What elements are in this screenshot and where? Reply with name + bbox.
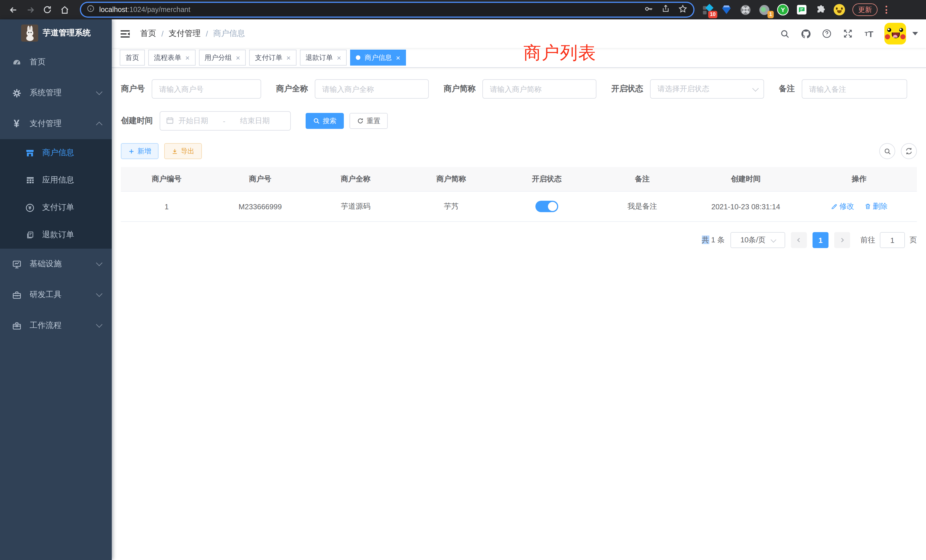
extension-y-icon[interactable]: Y [776, 3, 789, 16]
tab-user-group[interactable]: 用户分组× [199, 50, 246, 65]
close-icon[interactable]: × [185, 54, 189, 61]
tab-process-form[interactable]: 流程表单× [148, 50, 195, 65]
close-icon[interactable]: × [337, 54, 341, 61]
sidebar-item-dev-tools[interactable]: 研发工具 [0, 279, 112, 310]
user-avatar[interactable] [884, 23, 906, 44]
page-size-select[interactable]: 10条/页 [731, 232, 785, 248]
goto-page-input[interactable] [880, 232, 905, 248]
close-icon[interactable]: × [396, 54, 400, 61]
col-actions: 操作 [801, 167, 917, 191]
col-merchant-no: 商户号 [212, 167, 308, 191]
chrome-update-button[interactable]: 更新 [852, 3, 878, 16]
reset-button[interactable]: 重置 [350, 113, 388, 129]
tab-home[interactable]: 首页 [120, 50, 145, 65]
documents-icon [25, 230, 35, 240]
sidebar-item-refund-order[interactable]: 退款订单 [0, 221, 112, 249]
sidebar-item-label: 商户信息 [42, 148, 74, 158]
tab-merchant-info[interactable]: 商户信息× [350, 50, 406, 65]
sidebar-item-system[interactable]: 系统管理 [0, 77, 112, 108]
extension-diamond-icon[interactable]: 10 [701, 3, 714, 16]
share-icon[interactable] [661, 4, 670, 15]
export-button[interactable]: 导出 [164, 143, 202, 159]
search-button[interactable]: 搜索 [306, 113, 344, 129]
avatar-caret-icon[interactable] [912, 32, 918, 35]
status-select[interactable]: 请选择开启状态 [650, 79, 764, 98]
sidebar-item-app-info[interactable]: 应用信息 [0, 166, 112, 194]
sidebar-item-workflow[interactable]: 工作流程 [0, 310, 112, 341]
browser-menu-icon[interactable] [882, 6, 890, 14]
pagination: 共 1 条 10条/页 1 前往 [121, 232, 917, 248]
sidebar-item-infrastructure[interactable]: 基础设施 [0, 249, 112, 279]
app-logo[interactable]: 芋道管理系统 [0, 20, 112, 47]
chevron-down-icon [96, 291, 103, 297]
close-icon[interactable]: × [286, 54, 291, 61]
url-bar[interactable]: localhost:1024/pay/merchant [81, 3, 693, 17]
bookmark-star-icon[interactable] [678, 4, 688, 16]
refresh-button[interactable] [901, 143, 917, 159]
help-icon[interactable] [821, 28, 832, 39]
tab-pay-order[interactable]: 支付订单× [249, 50, 296, 65]
url-text: localhost:1024/pay/merchant [99, 6, 191, 14]
header-search-icon[interactable] [779, 28, 790, 39]
extension-command-icon[interactable] [739, 3, 752, 16]
yen-circle-icon: ¥ [25, 203, 35, 212]
github-icon[interactable] [800, 28, 811, 39]
tab-refund-order[interactable]: 退款订单× [300, 50, 347, 65]
svg-text:¥: ¥ [29, 205, 32, 210]
status-toggle[interactable] [536, 201, 558, 212]
back-icon[interactable] [5, 1, 22, 18]
create-time-range-picker[interactable]: 开始日期 - 结束日期 [160, 111, 291, 130]
col-status: 开启状态 [499, 167, 595, 191]
close-icon[interactable]: × [236, 54, 240, 61]
breadcrumb-home[interactable]: 首页 [140, 29, 156, 39]
site-info-icon[interactable] [87, 5, 95, 15]
col-merchant-id: 商户编号 [121, 167, 212, 191]
extensions-puzzle-icon[interactable] [814, 3, 827, 16]
breadcrumb-payment[interactable]: 支付管理 [169, 29, 201, 39]
sidebar-item-payment[interactable]: ¥ 支付管理 [0, 108, 112, 139]
col-remark: 备注 [595, 167, 690, 191]
next-page-button[interactable] [834, 232, 850, 248]
tags-view: 首页 流程表单× 用户分组× 支付订单× 退款订单× 商户信息× [112, 48, 926, 68]
sidebar-toggle-icon[interactable] [120, 28, 131, 39]
font-size-icon[interactable]: TT [863, 28, 875, 39]
prev-page-button[interactable] [791, 232, 807, 248]
recorder-badge: 1 [767, 11, 774, 18]
remark-input[interactable] [802, 79, 907, 98]
add-button[interactable]: 新增 [121, 143, 159, 159]
extension-chat-icon[interactable] [796, 3, 808, 16]
delete-link[interactable]: 删除 [864, 201, 888, 212]
sidebar-item-merchant-info[interactable]: 商户信息 [0, 139, 112, 166]
start-date-placeholder: 开始日期 [179, 116, 208, 126]
sidebar-item-label: 工作流程 [30, 321, 62, 331]
app-title: 芋道管理系统 [43, 28, 91, 38]
sidebar-item-label: 研发工具 [30, 290, 62, 300]
forward-icon[interactable] [22, 1, 39, 18]
profile-emoji-icon[interactable] [833, 3, 846, 16]
cell-merchant-id: 1 [121, 191, 212, 221]
short-name-input[interactable] [483, 79, 596, 98]
full-name-input[interactable] [315, 79, 429, 98]
status-label: 开启状态 [611, 84, 643, 94]
gear-icon [11, 88, 22, 98]
extension-gem-icon[interactable] [720, 3, 733, 16]
home-icon[interactable] [56, 1, 73, 18]
briefcase-icon [11, 321, 22, 331]
monitor-chart-icon [11, 259, 22, 269]
page-suffix: 页 [909, 235, 917, 245]
sidebar-item-home[interactable]: 首页 [0, 47, 112, 77]
fullscreen-icon[interactable] [842, 28, 853, 39]
merchant-no-input[interactable] [152, 79, 261, 98]
toggle-search-button[interactable] [879, 143, 895, 159]
page-content: 商户号 商户全称 商户简称 开启状态 请选择开启状态 [112, 68, 926, 560]
merchant-no-label: 商户号 [121, 84, 145, 94]
extension-recorder-icon[interactable]: 1 [758, 3, 770, 16]
goto-label: 前往 [861, 235, 875, 245]
cell-short-name: 芋艿 [403, 191, 499, 221]
page-1-button[interactable]: 1 [813, 232, 829, 248]
reload-icon[interactable] [39, 1, 56, 18]
password-key-icon[interactable] [644, 4, 654, 16]
date-separator: - [213, 117, 236, 125]
edit-link[interactable]: 修改 [831, 201, 854, 212]
sidebar-item-pay-order[interactable]: ¥ 支付订单 [0, 194, 112, 221]
